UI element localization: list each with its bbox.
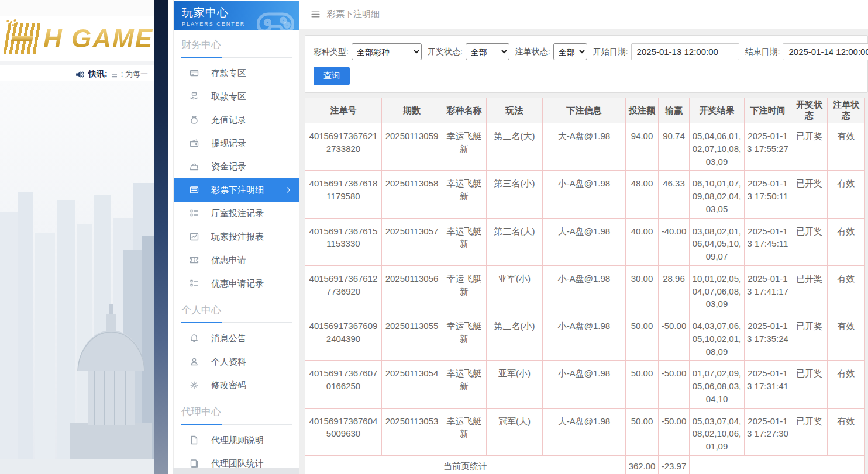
table-row: 40156917367615115333020250113057幸运飞艇新第三名… bbox=[305, 218, 865, 265]
summary-empty bbox=[690, 455, 865, 474]
cell-draw-status: 已开奖 bbox=[791, 265, 828, 313]
table-row: 40156917367612773692020250113056幸运飞艇新亚军(… bbox=[305, 265, 865, 313]
sidebar-item-promo-apply[interactable]: 优惠申请 bbox=[174, 248, 299, 272]
cell-bet-time: 2025-01-13 17:55:27 bbox=[745, 123, 791, 171]
filter-draw-status: 开奖状态: 全部 bbox=[428, 43, 509, 60]
cell-win-loss: 90.74 bbox=[659, 123, 690, 171]
cell-lottery-name: 幸运飞艇新 bbox=[442, 265, 487, 313]
cell-draw-status: 已开奖 bbox=[791, 361, 828, 408]
cell-bet-amount: 30.00 bbox=[626, 265, 659, 313]
site-header: H GAME bbox=[0, 16, 154, 61]
sidebar-item-funds-records[interactable]: 资金记录 bbox=[174, 155, 299, 178]
document-icon bbox=[190, 435, 199, 445]
gear-icon bbox=[190, 380, 199, 390]
cell-draw-result: 05,04,06,01,02,07,10,08,03,09 bbox=[690, 123, 745, 171]
cell-lottery-name: 幸运飞艇新 bbox=[442, 171, 487, 218]
sidebar-item-lottery-bet-details[interactable]: 彩票下注明细 bbox=[174, 178, 299, 202]
sidebar-item-messages[interactable]: 消息公告 bbox=[174, 327, 299, 350]
cell-bet-amount: 40.00 bbox=[626, 218, 659, 265]
order-status-select[interactable]: 全部 bbox=[553, 43, 587, 60]
draw-status-select[interactable]: 全部 bbox=[466, 43, 509, 60]
cell-play-type: 第三名(大) bbox=[487, 218, 543, 265]
sidebar-item-withdraw-zone[interactable]: 取款专区 bbox=[174, 85, 299, 108]
lottery-type-label: 彩种类型: bbox=[314, 47, 349, 57]
cell-draw-result: 06,10,01,07,09,08,02,04,03,05 bbox=[690, 171, 745, 218]
end-date-input[interactable] bbox=[783, 43, 868, 60]
table-row: 40156917367621273382020250113059幸运飞艇新第三名… bbox=[305, 123, 865, 171]
sidebar-item-label: 优惠申请 bbox=[211, 255, 246, 266]
hamburger-menu-icon[interactable] bbox=[311, 9, 321, 19]
cell-period: 20250113054 bbox=[382, 361, 442, 408]
cell-order-no: 401569173676045009630 bbox=[305, 408, 382, 455]
sidebar-item-label: 提现记录 bbox=[211, 138, 246, 149]
sidebar-item-hall-bet-records[interactable]: 厅室投注记录 bbox=[174, 202, 299, 225]
sidebar-item-withdraw-records[interactable]: 提现记录 bbox=[174, 132, 299, 155]
cell-bet-amount: 50.00 bbox=[626, 313, 659, 361]
cell-draw-result: 03,08,02,01,06,04,05,10,09,07 bbox=[690, 218, 745, 265]
cell-bet-info: 大-A盘@1.98 bbox=[543, 218, 626, 265]
cell-bet-amount: 94.00 bbox=[626, 123, 659, 171]
list-icon bbox=[190, 279, 199, 288]
sidebar-item-recharge-records[interactable]: 充值记录 bbox=[174, 108, 299, 132]
col-header-lottery-name: 彩种名称 bbox=[442, 98, 487, 123]
sidebar-item-label: 个人资料 bbox=[211, 357, 246, 368]
bet-details-table: 注单号期数彩种名称玩法下注信息投注额输赢开奖结果下注时间开奖状态注单状态4015… bbox=[305, 98, 865, 474]
lottery-type-select[interactable]: 全部彩种 bbox=[352, 43, 422, 60]
cell-play-type: 第三名(小) bbox=[487, 171, 543, 218]
list-icon bbox=[190, 209, 199, 218]
cell-period: 20250113053 bbox=[382, 408, 442, 455]
cell-bet-time: 2025-01-13 17:31:41 bbox=[745, 361, 791, 408]
sidebar-item-agent-team-stats[interactable]: 代理团队统计 bbox=[174, 452, 299, 468]
cell-order-no: 401569173676127736920 bbox=[305, 265, 382, 313]
cell-order-status: 有效 bbox=[828, 218, 865, 265]
barcode-h-logo-icon bbox=[3, 23, 41, 54]
sidebar-item-label: 彩票下注明细 bbox=[211, 185, 264, 196]
logo-text: H GAME bbox=[43, 24, 153, 53]
sidebar-item-label: 修改密码 bbox=[211, 380, 246, 391]
sidebar-item-deposit-zone[interactable]: 存款专区 bbox=[174, 61, 299, 85]
coupon-icon bbox=[190, 255, 199, 265]
sidebar-item-player-bet-report[interactable]: 玩家投注报表 bbox=[174, 225, 299, 248]
cell-play-type: 第三名(大) bbox=[487, 123, 543, 171]
cell-draw-status: 已开奖 bbox=[791, 313, 828, 361]
cell-bet-info: 大-A盘@1.98 bbox=[543, 123, 626, 171]
summary-label: 当前页统计 bbox=[305, 455, 626, 474]
section-title: 个人中心 bbox=[174, 295, 299, 317]
purse-icon bbox=[190, 162, 199, 171]
section-divider bbox=[181, 322, 292, 323]
cell-win-loss: -50.00 bbox=[659, 313, 690, 361]
summary-win-loss: -23.97 bbox=[659, 455, 690, 474]
bet-detail-icon bbox=[190, 185, 199, 195]
cell-bet-time: 2025-01-13 17:35:24 bbox=[745, 313, 791, 361]
section-title: 代理中心 bbox=[174, 397, 299, 418]
sidebar-item-profile[interactable]: 个人资料 bbox=[174, 350, 299, 373]
content-area: 彩种类型: 全部彩种 开奖状态: 全部 注单状态: bbox=[299, 29, 868, 474]
table-header-row: 注单号期数彩种名称玩法下注信息投注额输赢开奖结果下注时间开奖状态注单状态 bbox=[305, 98, 865, 123]
sidebar-item-agent-rules[interactable]: 代理规则说明 bbox=[174, 428, 299, 452]
cell-order-status: 有效 bbox=[828, 408, 865, 455]
cell-lottery-name: 幸运飞艇新 bbox=[442, 218, 487, 265]
table-row: 40156917367604500963020250113053幸运飞艇新冠军(… bbox=[305, 408, 865, 455]
cell-win-loss: -50.00 bbox=[659, 361, 690, 408]
start-date-input[interactable] bbox=[631, 43, 739, 60]
cell-draw-status: 已开奖 bbox=[791, 123, 828, 171]
cell-bet-amount: 50.00 bbox=[626, 408, 659, 455]
underlying-site: H GAME 快讯: : 为每一 bbox=[0, 0, 154, 474]
cell-order-no: 401569173676070166250 bbox=[305, 361, 382, 408]
divider bbox=[0, 61, 154, 65]
sidebar-item-label: 优惠申请记录 bbox=[211, 278, 264, 289]
col-header-play-type: 玩法 bbox=[487, 98, 543, 123]
sidebar-item-change-password[interactable]: 修改密码 bbox=[174, 373, 299, 397]
withdraw-hand-icon bbox=[190, 92, 199, 101]
col-header-bet-time: 下注时间 bbox=[745, 98, 791, 123]
sidebar-item-label: 消息公告 bbox=[211, 333, 246, 344]
sidebar-item-promo-apply-records[interactable]: 优惠申请记录 bbox=[174, 272, 299, 295]
sidebar-item-label: 玩家投注报表 bbox=[211, 231, 264, 243]
cell-draw-status: 已开奖 bbox=[791, 171, 828, 218]
list-mini-icon bbox=[111, 71, 118, 78]
cell-bet-time: 2025-01-13 17:45:11 bbox=[745, 218, 791, 265]
query-button[interactable]: 查询 bbox=[314, 67, 350, 85]
cell-bet-info: 小-A盘@1.98 bbox=[543, 313, 626, 361]
report-chart-icon bbox=[190, 232, 199, 241]
money-bag-icon bbox=[190, 115, 199, 124]
